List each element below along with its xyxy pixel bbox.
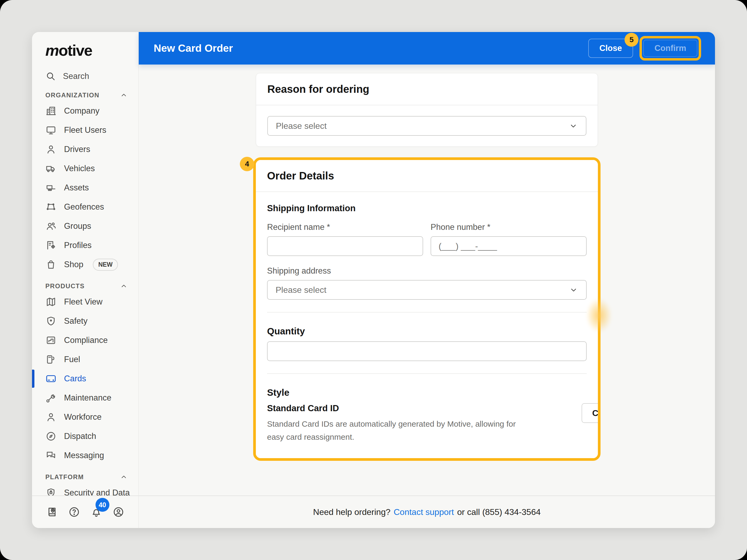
sidebar-item-safety[interactable]: Safety (32, 312, 138, 331)
sidebar: Motive Search ORGANIZATION Company Fleet… (32, 32, 139, 528)
nav-section-products: PRODUCTS Fleet View Safety Compliance Fu… (32, 282, 138, 465)
sidebar-item-company[interactable]: Company (32, 101, 138, 121)
style-option-name: Standard Card ID (267, 403, 528, 413)
section-header-products[interactable]: PRODUCTS (45, 282, 128, 290)
app-window: Motive Search ORGANIZATION Company Fleet… (32, 32, 715, 528)
phone-number-input[interactable] (431, 236, 587, 256)
sidebar-nav: ORGANIZATION Company Fleet Users Drivers… (32, 83, 138, 496)
search-placeholder: Search (63, 72, 89, 81)
sidebar-item-groups[interactable]: Groups (32, 216, 138, 236)
close-button[interactable]: Close 5 (588, 39, 633, 58)
map-icon (45, 296, 56, 308)
recipient-name-label: Recipient name * (267, 222, 423, 232)
sidebar-item-shop[interactable]: Shop NEW (32, 255, 138, 274)
chevron-up-icon (120, 473, 128, 481)
sidebar-header: Motive (32, 32, 138, 58)
annotation-badge-4: 4 (240, 157, 254, 171)
sidebar-item-fuel[interactable]: Fuel (32, 350, 138, 369)
sidebar-item-vehicles[interactable]: Vehicles (32, 159, 138, 178)
order-card-body: Shipping Information Recipient name * Ph… (256, 192, 598, 458)
person-icon (45, 411, 56, 423)
sidebar-item-assets[interactable]: Assets (32, 178, 138, 197)
shipping-address-select[interactable]: Please select (267, 280, 587, 300)
sidebar-item-workforce[interactable]: Workforce (32, 407, 138, 427)
confirm-button[interactable]: Confirm (643, 40, 697, 57)
phone-number-label: Phone number * (431, 222, 587, 232)
sidebar-item-cards[interactable]: Cards (32, 369, 138, 388)
chevron-up-icon (120, 282, 128, 290)
header-actions: Close 5 Confirm (588, 36, 701, 60)
credit-card-icon (45, 373, 56, 384)
order-details-highlight-ring: Order Details Shipping Information Recip… (253, 157, 600, 461)
nav-section-platform: PLATFORM Security and Data (32, 473, 138, 496)
help-text-suffix: or call (855) 434-3564 (457, 507, 541, 517)
modal-content: Reason for ordering Please select 4 (139, 64, 715, 496)
sidebar-item-security-and-data[interactable]: Security and Data (32, 483, 138, 496)
reason-card-title: Reason for ordering (267, 83, 369, 95)
style-option-row: Standard Card ID Standard Card IDs are a… (267, 403, 587, 446)
sidebar-item-dispatch[interactable]: Dispatch (32, 427, 138, 446)
truck-icon (45, 163, 56, 174)
style-option-description: Standard Card IDs are automatically gene… (267, 418, 528, 444)
contact-support-link[interactable]: Contact support (394, 507, 454, 517)
company-icon (45, 105, 56, 116)
account-button[interactable] (112, 506, 125, 518)
help-button[interactable] (68, 506, 80, 518)
shield-icon (45, 316, 56, 327)
main-panel: New Card Order Close 5 Confirm (139, 32, 715, 528)
help-text-prefix: Need help ordering? (313, 507, 391, 517)
divider (267, 373, 587, 374)
shield-lock-icon (45, 487, 56, 496)
geofence-icon (45, 201, 56, 213)
recipient-field-group: Recipient name * (267, 222, 423, 256)
new-badge: NEW (93, 259, 118, 271)
people-icon (45, 220, 56, 232)
order-card-header: Order Details (256, 160, 598, 192)
guide-button[interactable] (46, 506, 58, 518)
sidebar-item-drivers[interactable]: Drivers (32, 140, 138, 159)
section-header-platform[interactable]: PLATFORM (45, 473, 128, 481)
change-style-button[interactable]: Change (582, 403, 598, 423)
order-details-annotation: 4 Order Details Shipping Information (253, 157, 600, 461)
chat-icon (45, 450, 56, 461)
shopping-bag-icon (45, 259, 56, 270)
help-circle-icon (68, 506, 80, 518)
sidebar-item-maintenance[interactable]: Maintenance (32, 388, 138, 407)
section-header-organization[interactable]: ORGANIZATION (45, 91, 128, 99)
quantity-input[interactable] (267, 341, 587, 361)
chevron-down-icon (569, 285, 578, 294)
sidebar-item-fleet-users[interactable]: Fleet Users (32, 121, 138, 140)
sidebar-item-fleet-view[interactable]: Fleet View (32, 292, 138, 312)
shipping-information-heading: Shipping Information (267, 203, 587, 213)
reason-card-body: Please select (256, 105, 598, 146)
wrench-icon (45, 392, 56, 403)
quantity-label: Quantity (267, 326, 587, 337)
style-heading: Style (267, 387, 587, 398)
chevron-up-icon (120, 91, 128, 99)
order-details-card: Order Details Shipping Information Recip… (256, 160, 598, 458)
dispatch-icon (45, 431, 56, 442)
sidebar-item-compliance[interactable]: Compliance (32, 331, 138, 350)
fuel-pump-icon (45, 354, 56, 365)
person-icon (45, 144, 56, 155)
profile-doc-icon (45, 240, 56, 251)
confirm-highlight-ring: Confirm (640, 36, 701, 60)
sidebar-item-profiles[interactable]: Profiles (32, 236, 138, 255)
annotation-glow (586, 298, 612, 333)
desktop-background: Motive Search ORGANIZATION Company Fleet… (0, 0, 747, 560)
trailer-icon (45, 182, 56, 193)
motive-logo: Motive (45, 43, 138, 58)
notifications-button[interactable]: 40 (90, 506, 102, 518)
search-input[interactable]: Search (45, 71, 138, 82)
order-card-title: Order Details (267, 170, 334, 182)
nav-section-organization: ORGANIZATION Company Fleet Users Drivers… (32, 91, 138, 274)
recipient-name-input[interactable] (267, 236, 423, 256)
phone-field-group: Phone number * (431, 222, 587, 256)
user-circle-icon (112, 506, 125, 518)
reason-select[interactable]: Please select (267, 116, 586, 136)
compliance-icon (45, 335, 56, 346)
reason-card-header: Reason for ordering (256, 73, 598, 105)
sidebar-item-messaging[interactable]: Messaging (32, 446, 138, 465)
sidebar-toolbar: 40 (32, 496, 138, 528)
sidebar-item-geofences[interactable]: Geofences (32, 197, 138, 216)
